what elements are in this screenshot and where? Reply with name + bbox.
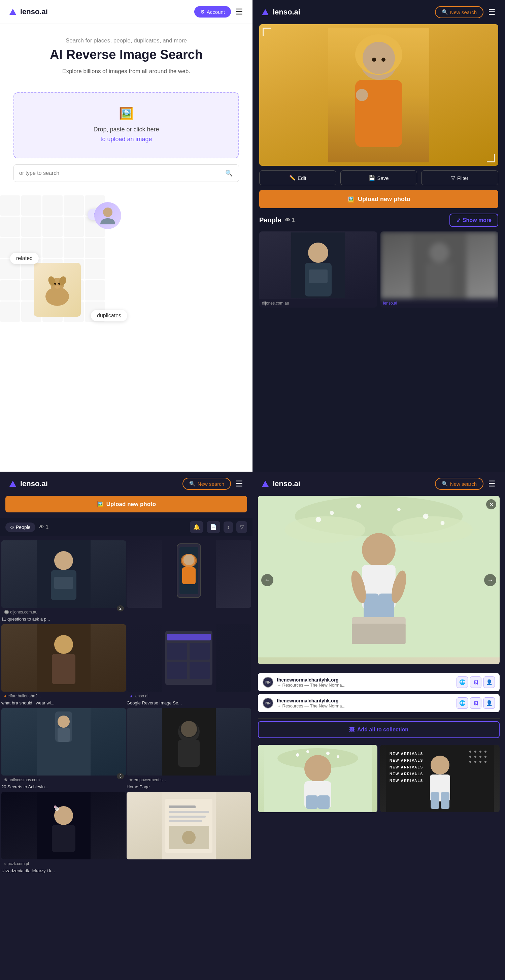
svg-point-68 (285, 516, 365, 543)
corner-br-indicator (487, 154, 495, 162)
link-person-btn-2[interactable]: 👤 (483, 697, 495, 709)
bl-card-source-1: 🔘 dijones.com.au (2, 608, 126, 617)
bl-card-source-8 (127, 859, 251, 864)
result-card-1[interactable]: dijones.com.au (259, 231, 377, 307)
upload-new-photo-button[interactable]: 🖼️ Upload new photo (259, 190, 498, 208)
svg-point-13 (381, 57, 386, 62)
grid-cell (85, 259, 105, 279)
svg-point-70 (316, 517, 321, 522)
bl-menu-icon[interactable]: ☰ (236, 479, 243, 488)
svg-point-115 (484, 761, 486, 763)
show-more-button[interactable]: ⤢ Show more (449, 213, 498, 227)
tl-menu-icon[interactable]: ☰ (236, 7, 243, 16)
bl-card-image-6 (127, 708, 251, 775)
link-person-btn-1[interactable]: 👤 (483, 676, 495, 688)
link-globe-btn-1[interactable]: 🌐 (457, 676, 468, 688)
result-link-row-2[interactable]: NN thenewnormalcharityhk.org → Resources… (258, 694, 500, 712)
edit-button[interactable]: ✏️ Edit (259, 170, 336, 185)
search-button[interactable]: 🔍 (219, 165, 239, 181)
add-collection-button[interactable]: 🖼 Add all to collection (258, 721, 500, 738)
bl-card-3[interactable]: ● elfarr.bullerjahn2... what bra should … (2, 624, 126, 705)
bl-card-1[interactable]: 🔘 dijones.com.au 11 questions to ask a p… (2, 540, 126, 622)
bl-card-6[interactable]: ❋ empowerment.s... Home Page (127, 708, 251, 789)
account-label: Account (207, 9, 225, 15)
action-buttons: ✏️ Edit 💾 Save ▽ Filter (259, 170, 498, 185)
result-source-1: dijones.com.au (259, 299, 377, 307)
br-new-search-button[interactable]: 🔍 New search (435, 478, 483, 490)
bubble-related: related (10, 253, 39, 264)
hero-section: Search for places, people, duplicates, a… (0, 24, 252, 82)
bl-card-8[interactable] (127, 792, 251, 873)
sort-filter-btn[interactable]: ↕ (224, 522, 233, 533)
lightbox-close-button[interactable]: ✕ (486, 499, 496, 509)
funnel-filter-btn[interactable]: ▽ (237, 521, 247, 533)
svg-rect-42 (167, 662, 187, 679)
svg-point-72 (423, 514, 429, 519)
svg-point-57 (54, 805, 57, 808)
link-image-btn-2[interactable]: 🖼 (470, 697, 481, 709)
expand-icon: ⤢ (456, 217, 461, 223)
bl-count-badge-1: 2 (117, 605, 124, 611)
person-avatar-svg (98, 205, 118, 226)
search-icon: 🔍 (442, 481, 448, 487)
bl-card-image-8 (127, 792, 251, 859)
lightbox-prev-button[interactable]: ← (261, 574, 273, 586)
notification-filter-btn[interactable]: 🔔 (190, 521, 203, 533)
filter-button[interactable]: ▽ Filter (421, 170, 498, 185)
result-link-text-2: thenewnormalcharityhk.org → Resources — … (277, 698, 345, 708)
results-header: People 👁 1 ⤢ Show more (259, 213, 498, 227)
search-input[interactable] (14, 165, 219, 181)
tr-menu-icon[interactable]: ☰ (488, 7, 495, 17)
br-header: lenso.ai 🔍 New search ☰ (252, 472, 505, 496)
bl-img-svg-8 (162, 792, 216, 859)
bottom-left-panel: lenso.ai 🔍 New search ☰ 🖼️ Upload new ph… (0, 472, 252, 980)
result-image-1 (259, 231, 377, 299)
eye-count: 1 (292, 217, 295, 223)
bl-card-source-6: ❋ empowerment.s... (127, 775, 251, 784)
upload-dropzone[interactable]: 🖼️ Drop, paste or click here to upload a… (13, 92, 239, 158)
grid-cell (64, 196, 84, 216)
bl-card-source-7: ○ pczk.com.pl (2, 859, 126, 868)
nn-avatar-1: NN (263, 677, 273, 687)
logo-triangle-icon (10, 481, 16, 487)
bl-card-image-5 (2, 708, 126, 775)
svg-text:NEW ARRIVALS: NEW ARRIVALS (389, 765, 423, 769)
br-menu-icon[interactable]: ☰ (488, 479, 495, 488)
bl-new-search-button[interactable]: 🔍 New search (183, 478, 231, 490)
bl-card-2[interactable] (127, 540, 251, 622)
upload-new-label: Upload new photo (358, 196, 410, 203)
lightbox: ✕ ← → (258, 496, 500, 664)
bl-card-7[interactable]: ○ pczk.com.pl Urządzenia dla lekarzy i k… (2, 792, 126, 873)
bl-upload-new-button[interactable]: 🖼️ Upload new photo (5, 496, 247, 512)
bl-card-title-4: Google Reverse Image Se... (127, 700, 251, 705)
result-card-2[interactable]: lenso.ai (380, 231, 498, 307)
save-button[interactable]: 💾 Save (340, 170, 418, 185)
lightbox-next-button[interactable]: → (484, 574, 496, 586)
svg-point-106 (480, 751, 481, 752)
bl-card-4[interactable]: ▲ lenso.ai Google Reverse Image Se... (127, 624, 251, 705)
svg-rect-55 (52, 825, 75, 852)
svg-rect-39 (167, 634, 211, 640)
new-search-label: New search (450, 10, 477, 15)
separator (258, 718, 500, 719)
svg-rect-60 (169, 805, 195, 808)
svg-point-12 (372, 57, 376, 62)
tr-header: lenso.ai 🔍 New search ☰ (252, 0, 505, 24)
grid-cell (43, 196, 63, 216)
link-image-btn-1[interactable]: 🖼 (470, 676, 481, 688)
result-link-row-1[interactable]: NN thenewnormalcharityhk.org → Resources… (258, 673, 500, 691)
result-link-info-1: NN thenewnormalcharityhk.org → Resources… (263, 677, 345, 687)
account-button[interactable]: ⚙ Account (194, 6, 231, 18)
result-source-2: lenso.ai (380, 299, 498, 307)
bl-card-source-3: ● elfarr.bullerjahn2... (2, 692, 126, 700)
bl-card-5[interactable]: ❋ unifycosmos.com 20 Secrets to Achievin… (2, 708, 126, 789)
br-bottom-image-2[interactable]: NEW ARRIVALS NEW ARRIVALS NEW ARRIVALS N… (380, 745, 500, 812)
bl-header-right: 🔍 New search ☰ (183, 478, 243, 490)
filter-people-btn[interactable]: ⊙ People (5, 522, 35, 532)
br-bottom-image-1[interactable] (258, 745, 377, 812)
link-globe-btn-2[interactable]: 🌐 (457, 697, 468, 709)
new-search-button[interactable]: 🔍 New search (435, 6, 483, 18)
upload-link[interactable]: to upload an image (100, 136, 152, 143)
doc-filter-btn[interactable]: 📄 (207, 521, 220, 533)
collection-icon: 🖼 (349, 727, 354, 733)
